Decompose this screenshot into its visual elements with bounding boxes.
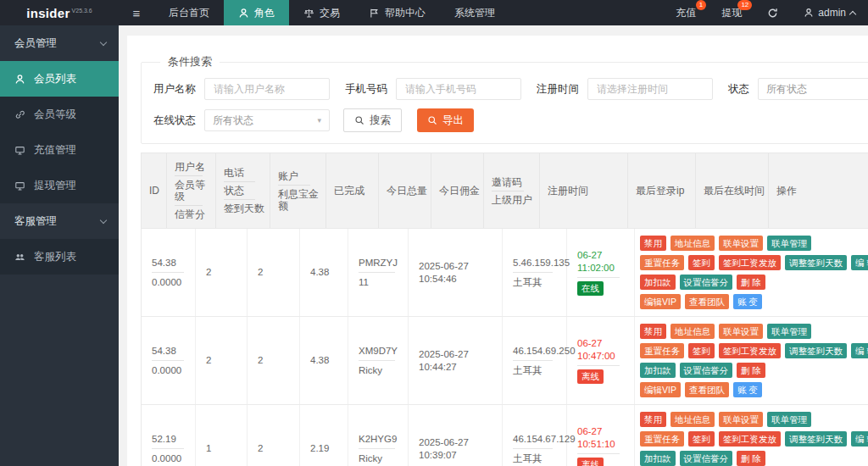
action-button[interactable]: 调整签到天数 — [785, 431, 847, 447]
action-button[interactable]: 禁用 — [640, 412, 666, 427]
action-button[interactable]: 设置信誉分 — [680, 363, 733, 378]
table-cell: 46.154.67.129土耳其 — [503, 405, 567, 466]
top-nav-item-2[interactable]: 角色 — [224, 0, 289, 25]
action-button[interactable]: 查看团队 — [685, 382, 729, 397]
top-nav-item-4[interactable]: 帮助中心 — [354, 0, 440, 25]
link-icon — [14, 109, 25, 120]
action-button[interactable]: 账 变 — [733, 294, 762, 309]
menu-toggle-icon[interactable]: ≡ — [119, 0, 154, 25]
action-button[interactable]: 联单设置 — [719, 236, 763, 251]
table-cell-line: 2025-06-27 10:39:07 — [419, 436, 498, 462]
status-select[interactable]: 所有状态 ▾ — [758, 78, 868, 100]
action-button[interactable]: 签到工资发放 — [719, 343, 781, 358]
online-status-select[interactable]: 所有状态 ▾ — [204, 109, 330, 131]
table-cell-line: 54.38 — [152, 257, 192, 269]
table-cell-line: 54.38 — [152, 345, 192, 358]
action-button[interactable]: 加扣款 — [640, 363, 676, 378]
action-button[interactable]: 禁用 — [640, 236, 666, 251]
header-cell: 最后在线时间 — [696, 153, 769, 228]
refresh-button[interactable] — [754, 0, 791, 25]
header-cell-line: 利息宝金额 — [278, 188, 322, 212]
shortcut-1[interactable]: 充值1 — [663, 0, 709, 25]
action-button[interactable]: 调整签到天数 — [785, 255, 847, 270]
action-button[interactable]: 重置任务 — [640, 343, 684, 358]
action-button[interactable]: 编 辑 — [851, 343, 868, 358]
table-cell-line: 1 — [206, 442, 243, 455]
sidebar-item[interactable]: 会员等级 — [0, 97, 119, 132]
action-button[interactable]: 联单设置 — [719, 412, 763, 427]
action-button[interactable]: 地址信息 — [670, 324, 715, 339]
action-button[interactable]: 编辑VIP — [640, 382, 681, 397]
register-time-label: 注册时间 — [537, 82, 579, 97]
table-cell-line: 2.19 — [310, 442, 344, 455]
top-nav-item-3[interactable]: 交易 — [289, 0, 354, 25]
register-time-field: 注册时间 — [537, 78, 713, 100]
header-cell: 注册时间 — [540, 153, 628, 228]
action-button[interactable]: 查看团队 — [685, 294, 729, 309]
username-input[interactable] — [204, 78, 330, 100]
search-button[interactable]: 搜索 — [343, 108, 402, 132]
action-button[interactable]: 账 变 — [733, 382, 762, 397]
sidebar-group-2[interactable]: 客服管理 — [0, 203, 119, 239]
table-cell: 2025-06-27 10:44:27 — [409, 317, 503, 404]
action-button[interactable]: 设置信誉分 — [680, 275, 733, 290]
action-button[interactable]: 联单设置 — [719, 324, 763, 339]
table-cell-line: XM9D7Y — [359, 345, 404, 358]
top-nav-item-1[interactable]: 后台首页 — [154, 0, 224, 25]
table-cell-line: 46.154.69.250 — [513, 345, 563, 358]
register-time-input[interactable] — [587, 78, 713, 100]
action-button[interactable]: 联单管理 — [767, 324, 811, 339]
top-nav-item-label: 系统管理 — [454, 6, 495, 20]
action-button[interactable]: 禁用 — [640, 324, 666, 339]
action-button[interactable]: 删 除 — [737, 275, 765, 290]
action-button[interactable]: 签到 — [688, 255, 715, 270]
action-button[interactable]: 删 除 — [737, 363, 765, 378]
action-button[interactable]: 签到工资发放 — [719, 431, 781, 447]
export-button[interactable]: 导出 — [417, 108, 474, 132]
sidebar-item[interactable]: 充值管理 — [0, 132, 119, 168]
action-button[interactable]: 调整签到天数 — [785, 343, 847, 358]
actions-line: 重置任务签到签到工资发放调整签到天数编 辑 — [640, 431, 868, 447]
action-button[interactable]: 重置任务 — [640, 255, 684, 270]
sidebar-item[interactable]: 提现管理 — [0, 168, 119, 203]
table-cell: 2025-06-27 10:54:46 — [409, 229, 503, 316]
actions-line: 加扣款设置信誉分删 除 — [640, 275, 868, 290]
members-table: ID用户名会员等级信誉分电话状态签到天数账户利息宝金额已完成今日总量今日佣金邀请… — [141, 153, 868, 466]
action-button[interactable]: 加扣款 — [640, 451, 676, 466]
action-button[interactable]: 加扣款 — [640, 275, 676, 290]
table-cell: 4.38 — [300, 317, 348, 404]
action-button[interactable]: 签到工资发放 — [719, 255, 781, 270]
action-button[interactable]: 删 除 — [737, 451, 765, 466]
action-button[interactable]: 地址信息 — [670, 412, 715, 427]
table-cell-line: 0.0000 — [152, 276, 192, 289]
phone-input[interactable] — [396, 78, 521, 100]
action-button[interactable]: 签到 — [688, 431, 715, 447]
last-online-cell: 06-27 10:51:10离线 — [567, 405, 635, 466]
sidebar-group-label: 客服管理 — [14, 214, 57, 229]
export-icon — [427, 115, 437, 125]
table-cell-line: 4.38 — [310, 354, 344, 367]
action-button[interactable]: 设置信誉分 — [680, 451, 733, 466]
header-cell-line: 今日佣金 — [439, 185, 480, 197]
action-button[interactable]: 签到 — [688, 343, 715, 358]
action-button[interactable]: 编辑VIP — [640, 294, 681, 309]
action-button[interactable]: 地址信息 — [670, 236, 715, 251]
admin-menu[interactable]: admin — [791, 0, 868, 25]
action-button[interactable]: 联单管理 — [767, 412, 811, 427]
status-badge: 在线 — [577, 281, 604, 296]
action-button[interactable]: 重置任务 — [640, 431, 684, 447]
action-button[interactable]: 编 辑 — [851, 431, 868, 447]
actions-cell: 禁用地址信息联单设置联单管理重置任务签到签到工资发放调整签到天数编 辑加扣款设置… — [635, 317, 868, 404]
sidebar-group-items: 客服列表 — [0, 239, 119, 275]
table-cell: 1 — [196, 405, 248, 466]
sidebar-item[interactable]: 会员列表 — [0, 61, 119, 97]
table-cell: 46.154.69.250土耳其 — [503, 317, 567, 404]
header-cell-line: 最后登录ip — [636, 185, 692, 197]
sidebar-group-1[interactable]: 会员管理 — [0, 25, 119, 61]
header-cell: 已完成 — [326, 153, 379, 228]
shortcut-2[interactable]: 提现12 — [709, 0, 754, 25]
action-button[interactable]: 编 辑 — [851, 255, 868, 270]
sidebar-item[interactable]: 客服列表 — [0, 239, 119, 275]
top-nav-item-5[interactable]: 系统管理 — [440, 0, 509, 25]
action-button[interactable]: 联单管理 — [767, 236, 811, 251]
